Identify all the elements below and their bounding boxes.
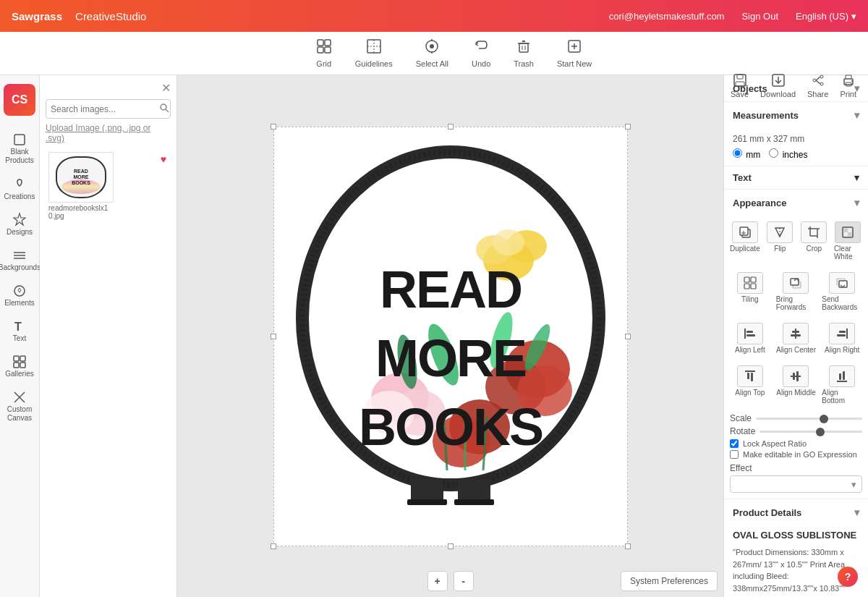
align-left-button[interactable]: Align Left — [730, 323, 770, 354]
toolbar-save[interactable]: Save — [731, 72, 749, 98]
upload-link[interactable]: Upload Image (.png, .jpg or .svg) — [46, 123, 171, 143]
align-middle-button[interactable]: Align Middle — [776, 365, 817, 405]
user-email[interactable]: cori@heyletsmakestuff.com — [609, 11, 725, 22]
product-details-header[interactable]: Product Details ▾ — [724, 499, 868, 525]
go-expression-checkbox[interactable] — [730, 450, 739, 459]
scale-thumb[interactable] — [820, 415, 828, 423]
sidebar-item-creations[interactable]: Creations — [1, 172, 38, 205]
rotate-track[interactable] — [760, 431, 862, 433]
toolbar-guidelines[interactable]: Guidelines — [355, 38, 393, 68]
undo-icon — [473, 38, 489, 58]
sidebar-label-text: Text — [13, 334, 26, 342]
sidebar-item-galleries[interactable]: Galleries — [1, 350, 38, 382]
inches-label: inches — [783, 150, 808, 160]
align-bottom-button[interactable]: Align Bottom — [822, 365, 862, 405]
sign-out-link[interactable]: Sign Out — [741, 11, 778, 22]
system-preferences-button[interactable]: System Preferences — [621, 571, 718, 591]
toolbar-right-actions: Save Download Share — [731, 64, 868, 107]
text-section[interactable]: Text ▾ — [724, 166, 868, 190]
svg-rect-91 — [751, 277, 756, 282]
svg-rect-72 — [407, 499, 447, 505]
elements-icon — [12, 283, 27, 299]
toolbar-share[interactable]: Share — [807, 72, 828, 98]
handle-bc[interactable] — [448, 543, 454, 549]
send-backwards-button[interactable]: Send Backwards — [822, 272, 862, 311]
align-top-icon — [737, 365, 763, 387]
zoom-in-button[interactable]: + — [427, 571, 448, 591]
sidebar-item-blank-products[interactable]: Blank Products — [1, 127, 38, 169]
svg-rect-100 — [746, 334, 755, 336]
creations-icon — [12, 177, 27, 192]
help-button[interactable]: ? — [838, 567, 858, 587]
toolbar-select-all[interactable]: Select All — [416, 38, 448, 68]
align-top-button[interactable]: Align Top — [730, 365, 770, 405]
toolbar-download[interactable]: Download — [760, 72, 796, 98]
align-center-label: Align Center — [776, 346, 816, 354]
sidebar-item-elements[interactable]: Elements — [1, 279, 38, 311]
duplicate-button[interactable]: Duplicate — [730, 221, 760, 261]
crop-button[interactable]: Crop — [800, 221, 828, 261]
close-panel-button[interactable]: ✕ — [161, 81, 171, 95]
bring-forwards-button[interactable]: Bring Forwards — [776, 272, 817, 311]
sidebar-item-designs[interactable]: Designs — [1, 208, 38, 240]
sidebar-item-custom-canvas[interactable]: Custom Canvas — [1, 385, 38, 427]
toolbar-trash[interactable]: Trash — [514, 38, 534, 68]
galleries-icon — [12, 354, 27, 370]
align-right-button[interactable]: Align Right — [822, 323, 862, 354]
language-selector[interactable]: English (US) ▾ — [796, 11, 856, 22]
scale-label: Scale — [730, 413, 752, 423]
lock-aspect-checkbox[interactable] — [730, 439, 739, 448]
svg-point-8 — [430, 44, 434, 48]
sidebar-label-blank-products: Blank Products — [3, 148, 36, 165]
handle-mr[interactable] — [625, 334, 631, 339]
clear-white-button[interactable]: Clear White — [834, 221, 862, 261]
handle-ml[interactable] — [271, 334, 276, 339]
scale-track[interactable] — [756, 418, 862, 420]
handle-bl[interactable] — [271, 543, 276, 549]
rotate-thumb[interactable] — [816, 428, 825, 436]
svg-line-45 — [166, 109, 169, 112]
cs-logo[interactable]: CS — [4, 84, 35, 116]
mm-option[interactable]: mm — [733, 148, 760, 160]
svg-rect-80 — [810, 229, 817, 236]
svg-point-24 — [820, 75, 823, 78]
flip-button[interactable]: Flip — [766, 221, 794, 261]
tiling-button[interactable]: Tiling — [730, 272, 770, 311]
sidebar-item-text[interactable]: T Text — [1, 314, 38, 347]
appearance-header[interactable]: Appearance ▾ — [724, 190, 868, 216]
select-all-label: Select All — [416, 59, 448, 68]
measurements-size: 261 mm x 327 mm — [733, 134, 859, 144]
sidebar-item-backgrounds[interactable]: Backgrounds — [1, 243, 38, 276]
svg-rect-109 — [751, 373, 753, 381]
handle-tr[interactable] — [625, 124, 631, 130]
thumbnail-filename: readmorebookslx10.jpg — [48, 204, 114, 220]
svg-rect-0 — [318, 40, 323, 46]
handle-tl[interactable] — [271, 124, 276, 130]
mm-radio[interactable] — [733, 148, 742, 158]
zoom-out-button[interactable]: - — [454, 571, 474, 591]
toolbar-print[interactable]: Print — [840, 72, 856, 98]
flip-icon — [767, 221, 793, 243]
bring-forwards-label: Bring Forwards — [776, 295, 817, 311]
go-expression-label: Make editable in GO Expression — [743, 450, 857, 459]
svg-marker-36 — [18, 288, 21, 292]
handle-br[interactable] — [625, 543, 631, 549]
align-center-button[interactable]: Align Center — [776, 323, 817, 354]
handle-tc[interactable] — [448, 124, 454, 130]
effect-select[interactable] — [730, 475, 862, 493]
search-icon — [159, 103, 169, 115]
inches-radio[interactable] — [769, 148, 778, 158]
search-input[interactable] — [51, 104, 159, 114]
sidebar-label-creations: Creations — [4, 192, 35, 200]
svg-marker-31 — [14, 213, 25, 225]
canvas-area[interactable]: READ MORE BOOKS + - System Preferences — [177, 75, 723, 597]
appearance-chevron: ▾ — [854, 197, 859, 208]
svg-point-51 — [493, 229, 524, 255]
toolbar-grid[interactable]: Grid — [316, 38, 332, 68]
right-panel: Objects ▾ Measurements ▾ 261 mm x 327 mm… — [723, 75, 868, 597]
product-details-chevron: ▾ — [854, 507, 859, 518]
inches-option[interactable]: inches — [769, 148, 807, 160]
toolbar-undo[interactable]: Undo — [472, 38, 490, 68]
thumbnail-item[interactable]: READMOREBOOKS ♥ readmorebookslx10.jpg — [48, 152, 168, 220]
toolbar-start-new[interactable]: Start New — [557, 38, 592, 68]
